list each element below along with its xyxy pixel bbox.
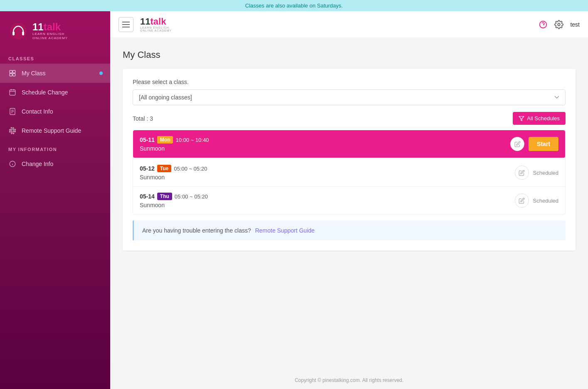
class-select[interactable]: [All ongoing classes] — [133, 89, 566, 105]
sidebar-remote-support-label: Remote Support Guide — [22, 127, 81, 134]
class-time-3: 05:00 ~ 05:20 — [175, 193, 208, 200]
pencil-icon-3 — [519, 198, 525, 204]
section-label-classes: CLASSES — [0, 50, 110, 64]
svg-rect-1 — [12, 32, 15, 35]
classes-list: 05-11 Mon 10:00 ~ 10:40 Sunmoon Start — [133, 130, 566, 215]
class-date-line-3: 05-14 Thu 05:00 ~ 05:20 — [140, 193, 515, 200]
scheduled-badge-2: Scheduled — [533, 170, 558, 176]
hamburger-line3 — [122, 27, 130, 27]
svg-marker-21 — [519, 116, 524, 121]
sidebar-item-schedule-change[interactable]: Schedule Change — [0, 83, 110, 102]
navbar-logo-talk: talk — [150, 16, 166, 27]
class-row-2: 05-12 Tue 05:00 ~ 05:20 Sunmoon Schedule… — [133, 159, 565, 187]
class-info-3: 05-14 Thu 05:00 ~ 05:20 Sunmoon — [140, 193, 515, 208]
class-date-1: 05-11 — [140, 136, 155, 143]
sidebar: 11talk LEARN ENGLISH ONLINE ACADEMY CLAS… — [0, 11, 110, 389]
total-row: Total : 3 All Schedules — [133, 112, 566, 125]
settings-button[interactable] — [554, 20, 563, 29]
sidebar-contact-info-label: Contact Info — [22, 108, 53, 115]
logo-num: 11 — [32, 21, 44, 32]
day-badge-3: Thu — [157, 193, 172, 200]
navbar-right: test — [539, 20, 580, 29]
class-name-3: Sunmoon — [140, 202, 515, 208]
sidebar-item-my-class[interactable]: My Class — [0, 64, 110, 83]
announcement-text: Classes are also available on Saturdays. — [245, 2, 343, 9]
navbar-logo: 11talk LEARN ENGLISH ONLINE ACADEMY — [140, 17, 539, 32]
page-title: My Class — [123, 50, 576, 60]
edit-button-2[interactable] — [515, 166, 529, 180]
sidebar-item-contact-info[interactable]: Contact Info — [0, 102, 110, 121]
total-count: Total : 3 — [133, 115, 153, 122]
start-button[interactable]: Start — [529, 137, 558, 151]
class-row-3: 05-14 Thu 05:00 ~ 05:20 Sunmoon Schedule… — [133, 187, 565, 214]
class-actions-2: Scheduled — [515, 166, 558, 180]
class-name-1: Sunmoon — [140, 145, 510, 152]
footer-text: Copyright © pinestalking.com. All rights… — [295, 377, 404, 383]
calendar-icon — [8, 88, 17, 97]
announcement-bar: Classes are also available on Saturdays. — [0, 0, 588, 11]
pencil-icon-1 — [514, 141, 521, 147]
class-time-2: 05:00 ~ 05:20 — [174, 166, 207, 172]
logo-sub2: ONLINE ACADEMY — [32, 36, 68, 40]
main-area: 11talk LEARN ENGLISH ONLINE ACADEMY test… — [110, 11, 588, 389]
class-actions-3: Scheduled — [515, 193, 558, 208]
select-label: Please select a class. — [133, 79, 566, 85]
svg-rect-5 — [10, 74, 12, 76]
footer: Copyright © pinestalking.com. All rights… — [110, 372, 588, 389]
sidebar-item-change-info[interactable]: Change Info — [0, 154, 110, 173]
hamburger-line1 — [122, 22, 130, 22]
active-indicator — [99, 72, 103, 75]
svg-rect-4 — [13, 70, 15, 73]
edit-button-3[interactable] — [515, 193, 529, 208]
all-schedules-button[interactable]: All Schedules — [513, 112, 566, 125]
hamburger-button[interactable] — [119, 17, 133, 32]
svg-rect-2 — [22, 32, 24, 35]
sidebar-schedule-change-label: Schedule Change — [22, 89, 68, 96]
sidebar-logo-text: 11talk LEARN ENGLISH ONLINE ACADEMY — [32, 22, 68, 41]
class-info-1: 05-11 Mon 10:00 ~ 10:40 Sunmoon — [140, 136, 510, 152]
class-date-2: 05-12 — [140, 165, 155, 172]
logo-talk: talk — [44, 21, 61, 32]
sidebar-item-remote-support[interactable]: Remote Support Guide — [0, 121, 110, 140]
sidebar-logo: 11talk LEARN ENGLISH ONLINE ACADEMY — [0, 15, 110, 50]
remote-support-link[interactable]: Remote Support Guide — [255, 227, 314, 234]
support-icon — [8, 126, 17, 135]
class-info-2: 05-12 Tue 05:00 ~ 05:20 Sunmoon — [140, 165, 515, 181]
document-icon — [8, 107, 17, 116]
username-label: test — [570, 21, 580, 28]
filter-icon — [519, 116, 524, 121]
class-name-2: Sunmoon — [140, 174, 515, 181]
svg-point-20 — [558, 23, 561, 26]
class-date-line-1: 05-11 Mon 10:00 ~ 10:40 — [140, 136, 510, 144]
day-badge-1: Mon — [157, 136, 173, 144]
logo-headphone-icon — [8, 21, 28, 41]
info-icon — [8, 160, 17, 168]
trouble-box: Are you having trouble entering the clas… — [133, 221, 566, 240]
scheduled-badge-3: Scheduled — [533, 198, 558, 204]
svg-rect-3 — [10, 70, 12, 73]
logo-sub1: LEARN ENGLISH — [32, 32, 68, 36]
class-date-3: 05-14 — [140, 193, 155, 200]
svg-point-0 — [10, 23, 27, 40]
home-icon — [8, 69, 17, 77]
edit-button-1[interactable] — [510, 137, 524, 151]
navbar-logo-num: 11 — [140, 16, 150, 27]
day-badge-2: Tue — [157, 165, 171, 172]
svg-rect-7 — [10, 90, 15, 95]
sidebar-change-info-label: Change Info — [22, 161, 53, 167]
section-label-my-info: MY INFORMATION — [0, 140, 110, 154]
all-schedules-label: All Schedules — [527, 115, 560, 121]
my-class-card: Please select a class. [All ongoing clas… — [123, 69, 576, 250]
class-time-1: 10:00 ~ 10:40 — [175, 137, 209, 143]
hamburger-line2 — [122, 24, 130, 25]
trouble-text: Are you having trouble entering the clas… — [142, 227, 251, 234]
class-row-1: 05-11 Mon 10:00 ~ 10:40 Sunmoon Start — [133, 130, 565, 158]
page-content: My Class Please select a class. [All ong… — [110, 38, 588, 372]
help-button[interactable] — [539, 20, 548, 29]
navbar-logo-sub2: ONLINE ACADEMY — [140, 29, 172, 32]
class-date-line-2: 05-12 Tue 05:00 ~ 05:20 — [140, 165, 515, 172]
top-navbar: 11talk LEARN ENGLISH ONLINE ACADEMY test — [110, 11, 588, 38]
sidebar-my-class-label: My Class — [22, 70, 46, 77]
svg-rect-6 — [13, 74, 15, 76]
pencil-icon-2 — [519, 170, 525, 176]
